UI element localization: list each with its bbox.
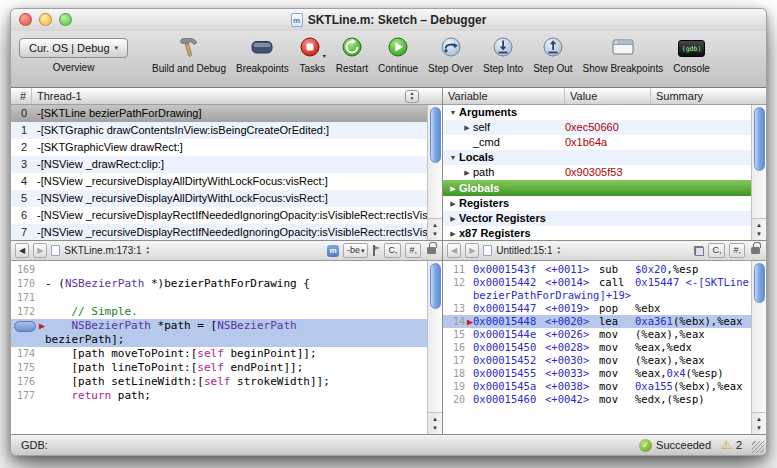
close-button[interactable] bbox=[19, 13, 32, 26]
gutter-cell[interactable]: 169 bbox=[11, 263, 41, 277]
scrollbar-thumb[interactable] bbox=[754, 263, 765, 303]
source-scrollbar[interactable]: ▲▼ bbox=[427, 261, 442, 434]
variable-row[interactable]: ▶self0xec50660 bbox=[443, 120, 766, 135]
disasm-line[interactable]: 110x0001543f<+0011>sub$0x20,%esp bbox=[443, 263, 751, 276]
source-code-area[interactable]: 169170- (NSBezierPath *)bezierPathForDra… bbox=[11, 261, 442, 434]
disassembly-scrollbar[interactable]: ▲▼ bbox=[751, 261, 766, 434]
variable-row[interactable]: ▶Registers bbox=[443, 196, 766, 211]
gutter-cell[interactable]: 177 bbox=[11, 389, 41, 403]
gutter-cell[interactable]: 175 bbox=[11, 361, 41, 375]
variables-scrollbar[interactable]: ▲▼ bbox=[751, 105, 766, 240]
forward-button[interactable]: ▶ bbox=[465, 243, 479, 258]
variable-row[interactable]: ▼Arguments bbox=[443, 105, 766, 120]
gutter-cell[interactable]: 174 bbox=[11, 347, 41, 361]
counterpart-icon[interactable] bbox=[694, 246, 704, 256]
scrollbar-arrows[interactable]: ▲▼ bbox=[428, 412, 442, 434]
code-line[interactable]: 172 // Simple. bbox=[11, 305, 427, 319]
gutter-cell[interactable]: 20 bbox=[443, 393, 469, 406]
scrollbar-thumb[interactable] bbox=[430, 263, 441, 309]
bookmark-icon[interactable] bbox=[372, 245, 380, 256]
column-header-thread[interactable]: Thread-1 bbox=[37, 90, 82, 102]
forward-button[interactable]: ▶ bbox=[33, 243, 47, 258]
breakpoint-marker[interactable] bbox=[14, 321, 36, 332]
toolbar-build-and-debug[interactable]: Build and Debug bbox=[152, 35, 226, 74]
thread-row[interactable]: 3-[NSView _drawRect:clip:] bbox=[11, 156, 442, 173]
disclosure-triangle[interactable]: ▶ bbox=[447, 211, 459, 226]
scrollbar-arrows[interactable]: ▲▼ bbox=[752, 218, 766, 240]
disclosure-triangle[interactable]: ▶ bbox=[447, 196, 459, 211]
back-button[interactable]: ◀ bbox=[15, 243, 29, 258]
scrollbar-arrows[interactable]: ▲▼ bbox=[428, 218, 442, 240]
thread-row[interactable]: 7-[NSView _recursiveDisplayRectIfNeededI… bbox=[11, 224, 442, 240]
gutter-cell[interactable]: 12 bbox=[443, 276, 469, 289]
disasm-line[interactable]: 170x00015452<+0030>mov(%eax),%eax bbox=[443, 354, 751, 367]
toolbar-tasks[interactable]: ▾ Tasks bbox=[299, 35, 326, 74]
gutter-cell[interactable] bbox=[11, 333, 41, 347]
back-button[interactable]: ◀ bbox=[447, 243, 461, 258]
code-line[interactable]: 177 return path; bbox=[11, 389, 427, 403]
toolbar-console[interactable]: (gdb) Console bbox=[673, 35, 710, 74]
disassembly-code-area[interactable]: 110x0001543f<+0011>sub$0x20,%esp120x0001… bbox=[443, 261, 766, 434]
minimize-button[interactable] bbox=[39, 13, 52, 26]
column-header-index[interactable]: # bbox=[11, 88, 32, 104]
gutter-cell[interactable]: 18 bbox=[443, 367, 469, 380]
zoom-button[interactable] bbox=[59, 13, 72, 26]
variable-row[interactable]: ▶Globals bbox=[443, 180, 766, 195]
disasm-line[interactable]: 160x00015450<+0028>mov%eax,%edx bbox=[443, 341, 751, 354]
class-browser-button[interactable]: C, bbox=[708, 243, 725, 258]
code-line[interactable]: 174 [path moveToPoint:[self beginPoint]]… bbox=[11, 347, 427, 361]
code-line[interactable]: 170- (NSBezierPath *)bezierPathForDrawin… bbox=[11, 277, 427, 291]
breadcrumb-stepper[interactable]: ▲▼ bbox=[556, 246, 560, 255]
gutter-cell[interactable]: 19 bbox=[443, 380, 469, 393]
title-bar[interactable]: m SKTLine.m: Sketch – Debugger bbox=[11, 9, 766, 31]
code-line[interactable]: 171 bbox=[11, 291, 427, 305]
toolbar-show-breakpoints[interactable]: Show Breakpoints bbox=[583, 35, 664, 74]
disclosure-triangle[interactable]: ▶ bbox=[447, 181, 459, 196]
gutter-cell[interactable]: 172 bbox=[11, 305, 41, 319]
variable-row[interactable]: ▶Vector Registers bbox=[443, 211, 766, 226]
toolbar-continue[interactable]: Continue bbox=[378, 35, 418, 74]
thread-row[interactable]: 0-[SKTLine bezierPathForDrawing] bbox=[11, 105, 442, 122]
includes-button[interactable]: #, bbox=[729, 243, 745, 258]
disasm-line[interactable]: 200x00015460<+0042>mov%edx,(%esp) bbox=[443, 393, 751, 406]
scrollbar-thumb[interactable] bbox=[754, 107, 765, 171]
file-breadcrumb[interactable]: Untitled:15:1 bbox=[496, 245, 552, 256]
gutter-cell[interactable]: 176 bbox=[11, 375, 41, 389]
code-line[interactable]: ▶ NSBezierPath *path = [NSBezierPath bbox=[11, 319, 427, 333]
toolbar-step-into[interactable]: Step Into bbox=[483, 35, 523, 74]
gutter-cell[interactable]: 14▶ bbox=[443, 315, 469, 328]
counterpart-badge[interactable]: m bbox=[327, 245, 339, 257]
gutter-cell[interactable]: 171 bbox=[11, 291, 41, 305]
overview-popup[interactable]: Cur. OS | Debug ▾ bbox=[19, 38, 128, 58]
toolbar-step-out[interactable]: Step Out bbox=[533, 35, 572, 74]
resize-grip[interactable] bbox=[752, 441, 764, 453]
variable-row[interactable]: ▼Locals bbox=[443, 150, 766, 165]
disasm-line[interactable]: 180x00015455<+0033>mov%eax,0x4(%esp) bbox=[443, 367, 751, 380]
thread-stepper[interactable]: ▲▼ bbox=[405, 90, 419, 103]
warning-icon[interactable]: ⚠ bbox=[721, 438, 732, 452]
disclosure-triangle[interactable]: ▼ bbox=[447, 105, 459, 120]
gutter-cell[interactable]: 13 bbox=[443, 302, 469, 315]
scrollbar-arrows[interactable]: ▲▼ bbox=[752, 412, 766, 434]
disclosure-triangle[interactable]: ▶ bbox=[461, 165, 473, 180]
thread-row[interactable]: 5-[NSView _recursiveDisplayAllDirtyWithL… bbox=[11, 190, 442, 207]
gutter-cell[interactable]: 170 bbox=[11, 277, 41, 291]
toolbar-restart[interactable]: Restart bbox=[336, 35, 368, 74]
method-popup[interactable]: -be▾ bbox=[343, 243, 369, 258]
code-line[interactable]: 175 [path lineToPoint:[self endPoint]]; bbox=[11, 361, 427, 375]
thread-row[interactable]: 1-[SKTGraphic drawContentsInView:isBeing… bbox=[11, 122, 442, 139]
disclosure-triangle[interactable]: ▶ bbox=[447, 226, 459, 240]
disasm-line[interactable]: 14▶0x00015448<+0020>lea0xa361(%ebx),%eax bbox=[443, 315, 751, 328]
thread-row[interactable]: 2-[SKTGraphicView drawRect:] bbox=[11, 139, 442, 156]
breadcrumb-stepper[interactable]: ▲▼ bbox=[146, 246, 150, 255]
scrollbar-thumb[interactable] bbox=[430, 107, 441, 163]
variable-row[interactable]: _cmd0x1b64a bbox=[443, 135, 766, 150]
gutter-cell[interactable]: 16 bbox=[443, 341, 469, 354]
gutter-cell[interactable]: 17 bbox=[443, 354, 469, 367]
warning-count[interactable]: 2 bbox=[736, 439, 742, 451]
disasm-line[interactable]: 130x00015447<+0019>pop%ebx bbox=[443, 302, 751, 315]
file-breadcrumb[interactable]: SKTLine.m:173:1 bbox=[64, 245, 141, 256]
gutter-cell[interactable]: ▶ bbox=[11, 319, 41, 333]
thread-row[interactable]: 4-[NSView _recursiveDisplayAllDirtyWithL… bbox=[11, 173, 442, 190]
variable-row[interactable]: ▶x87 Registers bbox=[443, 226, 766, 240]
